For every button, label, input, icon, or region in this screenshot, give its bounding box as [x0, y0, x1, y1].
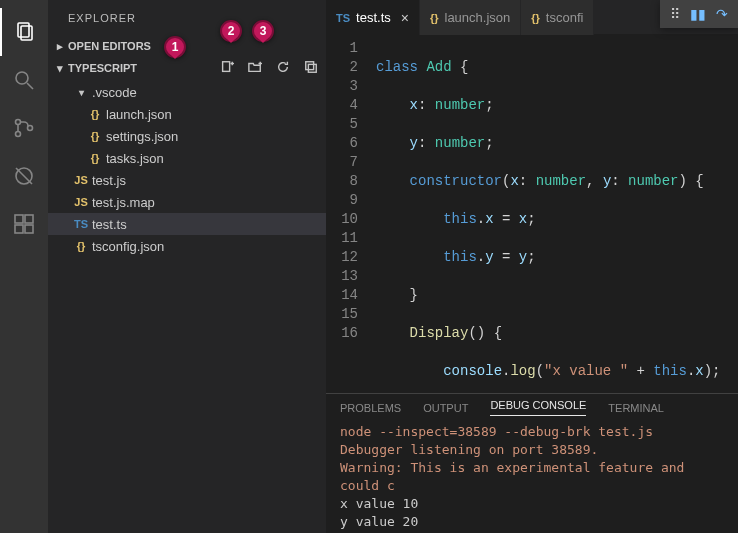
tab-label: launch.json — [445, 10, 511, 25]
code-editor[interactable]: 1234 5678 9101112 13141516 class Add { x… — [326, 35, 738, 393]
svg-rect-13 — [223, 62, 230, 72]
explorer-sidebar: EXPLORER ▸ OPEN EDITORS ▾ TYPESCRIPT .vs… — [48, 0, 326, 533]
svg-rect-10 — [25, 215, 33, 223]
tab-launch-json[interactable]: {} launch.json — [420, 0, 521, 35]
panel-tabs: PROBLEMS OUTPUT DEBUG CONSOLE TERMINAL — [326, 394, 738, 421]
file-test-js[interactable]: JS test.js — [48, 169, 326, 191]
folder-vscode[interactable]: .vscode — [48, 81, 326, 103]
annotation-2: 2 — [220, 20, 242, 42]
refresh-icon[interactable] — [276, 60, 290, 76]
drag-handle-icon[interactable]: ⠿ — [670, 6, 680, 22]
js-icon: JS — [70, 196, 92, 208]
file-test-js-map[interactable]: JS test.js.map — [48, 191, 326, 213]
svg-point-5 — [16, 132, 21, 137]
explorer-title: EXPLORER — [48, 0, 326, 35]
js-icon: JS — [70, 174, 92, 186]
console-line: node --inspect=38589 --debug-brk test.js — [340, 423, 724, 441]
file-label: tsconfig.json — [92, 239, 164, 254]
tab-bar: TS test.ts × {} launch.json {} tsconfi ⠿… — [326, 0, 738, 35]
tab-tsconfig-json[interactable]: {} tsconfi — [521, 0, 594, 35]
json-icon: {} — [84, 152, 106, 164]
file-tsconfig-json[interactable]: {} tsconfig.json — [48, 235, 326, 257]
json-icon: {} — [70, 240, 92, 252]
console-line: x value 10 — [340, 495, 724, 513]
project-section[interactable]: ▾ TYPESCRIPT — [48, 57, 326, 79]
folder-label: .vscode — [92, 85, 137, 100]
activity-bar — [0, 0, 48, 533]
file-label: test.js — [92, 173, 126, 188]
file-test-ts[interactable]: TS test.ts — [48, 213, 326, 235]
file-tasks-json[interactable]: {} tasks.json — [48, 147, 326, 169]
tab-output[interactable]: OUTPUT — [423, 402, 468, 414]
tab-debug-console[interactable]: DEBUG CONSOLE — [490, 399, 586, 416]
svg-rect-19 — [308, 64, 316, 72]
json-icon: {} — [531, 12, 540, 24]
svg-point-4 — [16, 120, 21, 125]
tab-test-ts[interactable]: TS test.ts × — [326, 0, 420, 35]
file-label: settings.json — [106, 129, 178, 144]
annotation-1: 1 — [164, 36, 186, 58]
file-label: launch.json — [106, 107, 172, 122]
debug-toolbar: ⠿ ▮▮ ↷ — [660, 0, 738, 28]
editor-area: TS test.ts × {} launch.json {} tsconfi ⠿… — [326, 0, 738, 533]
chevron-down-icon: ▾ — [52, 62, 68, 75]
debug-console-output[interactable]: node --inspect=38589 --debug-brk test.js… — [326, 421, 738, 533]
svg-rect-18 — [306, 62, 314, 70]
file-settings-json[interactable]: {} settings.json — [48, 125, 326, 147]
file-launch-json[interactable]: {} launch.json — [48, 103, 326, 125]
json-icon: {} — [430, 12, 439, 24]
json-icon: {} — [84, 108, 106, 120]
svg-rect-11 — [15, 225, 23, 233]
close-icon[interactable]: × — [401, 10, 409, 26]
svg-rect-9 — [15, 215, 23, 223]
console-line: y value 20 — [340, 513, 724, 531]
svg-rect-0 — [18, 23, 29, 37]
folder-open-icon — [70, 87, 92, 98]
svg-point-2 — [16, 72, 28, 84]
project-label: TYPESCRIPT — [68, 62, 137, 74]
tab-label: tsconfi — [546, 10, 584, 25]
new-file-icon[interactable] — [220, 60, 234, 76]
svg-rect-1 — [21, 26, 32, 40]
search-icon[interactable] — [0, 56, 48, 104]
chevron-right-icon: ▸ — [52, 40, 68, 53]
debug-icon[interactable] — [0, 152, 48, 200]
source-control-icon[interactable] — [0, 104, 48, 152]
pause-icon[interactable]: ▮▮ — [690, 6, 706, 22]
ts-icon: TS — [70, 218, 92, 230]
svg-rect-12 — [25, 225, 33, 233]
tab-label: test.ts — [356, 10, 391, 25]
tab-problems[interactable]: PROBLEMS — [340, 402, 401, 414]
svg-line-3 — [27, 83, 33, 89]
collapse-all-icon[interactable] — [304, 60, 318, 76]
line-gutter: 1234 5678 9101112 13141516 — [326, 39, 376, 393]
annotation-3: 3 — [252, 20, 274, 42]
open-editors-section[interactable]: ▸ OPEN EDITORS — [48, 35, 326, 57]
new-folder-icon[interactable] — [248, 60, 262, 76]
open-editors-label: OPEN EDITORS — [68, 40, 151, 52]
explorer-icon[interactable] — [0, 8, 48, 56]
console-line: Warning: This is an experimental feature… — [340, 459, 724, 495]
code-content: class Add { x: number; y: number; constr… — [376, 39, 738, 393]
extensions-icon[interactable] — [0, 200, 48, 248]
file-tree: .vscode {} launch.json {} settings.json … — [48, 79, 326, 257]
step-over-icon[interactable]: ↷ — [716, 6, 728, 22]
json-icon: {} — [84, 130, 106, 142]
file-label: test.js.map — [92, 195, 155, 210]
bottom-panel: PROBLEMS OUTPUT DEBUG CONSOLE TERMINAL n… — [326, 393, 738, 533]
ts-icon: TS — [336, 12, 350, 24]
console-line: Debugger listening on port 38589. — [340, 441, 724, 459]
file-label: tasks.json — [106, 151, 164, 166]
tab-terminal[interactable]: TERMINAL — [608, 402, 664, 414]
svg-point-6 — [28, 126, 33, 131]
file-label: test.ts — [92, 217, 127, 232]
